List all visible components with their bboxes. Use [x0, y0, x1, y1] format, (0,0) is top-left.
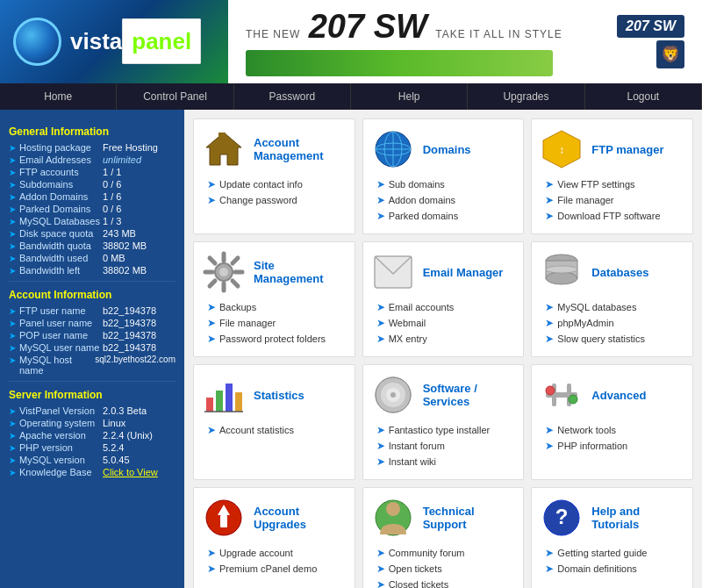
svg-point-38 — [569, 395, 577, 404]
nav-help[interactable]: Help — [351, 83, 468, 110]
svg-rect-24 — [206, 398, 213, 412]
link-file-manager-site[interactable]: ➤File manager — [207, 316, 346, 329]
arrow-icon: ➤ — [545, 194, 554, 206]
panel-domains: Domains ➤Sub domains ➤Addon domains ➤Par… — [362, 118, 525, 234]
link-instant-forum[interactable]: ➤Instant forum — [376, 439, 515, 452]
link-parked-domains[interactable]: ➤Parked domains — [376, 209, 515, 222]
link-closed-tickets[interactable]: ➤Closed tickets — [376, 577, 515, 588]
link-view-ftp-settings[interactable]: ➤View FTP settings — [545, 177, 684, 190]
arrow-icon: ➤ — [376, 578, 385, 588]
navigation: Home Control Panel Password Help Upgrade… — [0, 83, 702, 110]
house-icon — [203, 128, 245, 170]
svg-rect-26 — [226, 384, 233, 412]
link-mysql-databases[interactable]: ➤MySQL databases — [545, 300, 684, 313]
sidebar-mysql-user: ➤ MySQL user name b22_194378 — [9, 342, 176, 353]
arrow-icon: ➤ — [376, 333, 385, 345]
arrow-icon: ➤ — [545, 333, 554, 345]
sidebar-mysql-version: ➤ MySQL version 5.0.45 — [9, 455, 176, 465]
link-email-accounts[interactable]: ➤Email accounts — [376, 300, 515, 313]
nav-home[interactable]: Home — [0, 83, 117, 110]
ad-badge: 207 SW — [617, 15, 684, 38]
link-phpmyadmin[interactable]: ➤phpMyAdmin — [545, 316, 684, 329]
link-webmail[interactable]: ➤Webmail — [376, 316, 515, 329]
email-icon — [372, 251, 414, 293]
knowledge-base-link[interactable]: Click to View — [103, 467, 158, 477]
panel-header-statistics: Statistics — [203, 374, 346, 416]
arrow-icon: ➤ — [207, 301, 216, 313]
svg-point-10 — [219, 268, 228, 276]
nav-logout[interactable]: Logout — [585, 83, 702, 110]
panel-header-ftp-manager: ↕ FTP manager — [541, 128, 684, 170]
link-open-tickets[interactable]: ➤Open tickets — [376, 562, 515, 575]
arrow-icon: ➤ — [9, 331, 16, 341]
link-network-tools[interactable]: ➤Network tools — [545, 423, 684, 436]
arrow-icon: ➤ — [207, 547, 216, 559]
link-getting-started[interactable]: ➤Getting started guide — [545, 546, 684, 559]
svg-rect-27 — [235, 392, 242, 412]
panel-email-manager: Email Manager ➤Email accounts ➤Webmail ➤… — [362, 241, 525, 357]
database-icon — [541, 251, 583, 293]
link-mx-entry[interactable]: ➤MX entry — [376, 332, 515, 345]
svg-line-17 — [210, 281, 215, 286]
arrow-icon: ➤ — [545, 547, 554, 559]
advertisement: THE NEW 207 SW TAKE IT ALL IN STYLE 207 … — [228, 0, 702, 83]
arrow-icon: ➤ — [545, 301, 554, 313]
sidebar-disk-quota: ➤ Disk space quota 243 MB — [9, 228, 176, 239]
link-addon-domains[interactable]: ➤Addon domains — [376, 193, 515, 206]
panel-help-tutorials: ? Help and Tutorials ➤Getting started gu… — [531, 487, 693, 588]
arrow-icon: ➤ — [376, 194, 385, 206]
arrow-icon: ➤ — [9, 143, 16, 153]
panel-links-advanced: ➤Network tools ➤PHP information — [541, 423, 684, 452]
panel-links-databases: ➤MySQL databases ➤phpMyAdmin ➤Slow query… — [541, 300, 684, 345]
link-file-manager-ftp[interactable]: ➤File manager — [545, 193, 684, 206]
arrow-icon: ➤ — [9, 355, 16, 365]
sidebar-bandwidth-quota: ➤ Bandwidth quota 38802 MB — [9, 240, 176, 251]
sidebar-bandwidth-left: ➤ Bandwidth left 38802 MB — [9, 265, 176, 276]
advanced-icon — [541, 374, 583, 416]
link-fantastico[interactable]: ➤Fantastico type installer — [376, 423, 515, 436]
link-community-forum[interactable]: ➤Community forum — [376, 546, 515, 559]
sidebar: General Information ➤ Hosting package Fr… — [0, 110, 184, 588]
logo-panel: panel — [122, 18, 201, 64]
panel-header-software-services: Software / Services — [372, 374, 515, 416]
link-update-contact[interactable]: ➤Update contact info — [207, 177, 346, 190]
sidebar-divider-1 — [9, 281, 176, 282]
gear-icon — [203, 251, 245, 293]
nav-upgrades[interactable]: Upgrades — [468, 83, 584, 110]
arrow-icon: ➤ — [207, 317, 216, 329]
arrow-icon: ➤ — [9, 241, 16, 251]
sidebar-knowledge-base: ➤ Knowledge Base Click to View — [9, 467, 176, 477]
link-download-ftp[interactable]: ➤Download FTP software — [545, 209, 684, 222]
panel-site-management: Site Management ➤Backups ➤File manager ➤… — [193, 241, 355, 357]
link-account-statistics[interactable]: ➤Account statistics — [207, 423, 346, 436]
account-info-title: Account Information — [9, 289, 176, 301]
sidebar-apache: ➤ Apache version 2.2.4 (Unix) — [9, 430, 176, 441]
arrow-icon: ➤ — [376, 178, 385, 190]
link-slow-query[interactable]: ➤Slow query statistics — [545, 332, 684, 345]
link-change-password[interactable]: ➤Change password — [207, 193, 346, 206]
panel-title-technical-support: Technical Support — [423, 505, 515, 531]
stats-icon — [203, 374, 245, 416]
link-premium-cpanel[interactable]: ➤Premium cPanel demo — [207, 562, 346, 575]
link-subdomains[interactable]: ➤Sub domains — [376, 177, 515, 190]
link-domain-definitions[interactable]: ➤Domain definitions — [545, 562, 684, 575]
nav-control-panel[interactable]: Control Panel — [117, 83, 233, 110]
link-php-info[interactable]: ➤PHP information — [545, 439, 684, 452]
arrow-icon: ➤ — [9, 319, 16, 328]
arrow-icon: ➤ — [376, 301, 385, 313]
sidebar-php: ➤ PHP version 5.2.4 — [9, 442, 176, 453]
ad-content: THE NEW 207 SW TAKE IT ALL IN STYLE — [246, 8, 562, 76]
sidebar-addon-domains: ➤ Addon Domains 1 / 6 — [9, 191, 176, 202]
link-backups[interactable]: ➤Backups — [207, 300, 346, 313]
svg-rect-41 — [220, 515, 227, 527]
link-instant-wiki[interactable]: ➤Instant wiki — [376, 455, 515, 468]
logo-text: vistapanel — [70, 28, 201, 55]
link-upgrade-account[interactable]: ➤Upgrade account — [207, 546, 346, 559]
upgrade-icon — [203, 497, 245, 539]
panel-account-upgrades: Account Upgrades ➤Upgrade account ➤Premi… — [193, 487, 355, 588]
nav-password[interactable]: Password — [234, 83, 351, 110]
arrow-icon: ➤ — [9, 406, 16, 416]
ad-model: 207 SW — [309, 8, 427, 45]
link-password-protect[interactable]: ➤Password protect folders — [207, 332, 346, 345]
panel-technical-support: Technical Support ➤Community forum ➤Open… — [362, 487, 525, 588]
